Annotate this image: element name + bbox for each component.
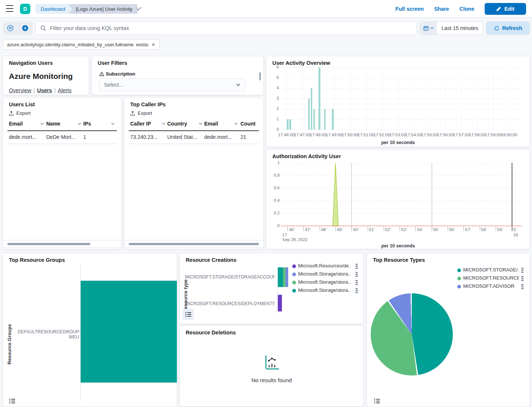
bar[interactable] <box>289 119 291 130</box>
bar-segment[interactable] <box>283 267 286 287</box>
export-button[interactable]: Export <box>130 110 152 116</box>
panel-top-caller-ips: Top Caller IPs ExportCaller IPCountryEma… <box>124 98 263 249</box>
column-header-name[interactable]: Name <box>46 121 82 127</box>
column-header-email[interactable]: Email <box>9 121 44 127</box>
column-header-email[interactable]: Email <box>204 121 238 127</box>
legend-item-label[interactable]: MICROSOFT.STORAGE/... <box>463 267 519 273</box>
panel-authorization-activity-user: Authorization Activity User 00.20.40.60.… <box>266 150 530 249</box>
legend-toggle-button[interactable] <box>8 398 16 404</box>
user-activity-overview-chart[interactable]: 012345617:46:0017:47:0017:48:0017:49:001… <box>266 56 530 147</box>
column-header-ips[interactable]: IPs <box>83 121 115 127</box>
resource-creations-chart[interactable]: Resource typeMICROSOFT.STORAGE/STORAGEAC… <box>180 253 363 324</box>
panel-title: User Filters <box>98 60 127 66</box>
legend-toggle-button[interactable] <box>373 398 381 404</box>
breadcrumb-dashboard[interactable]: Dashboard <box>36 4 73 14</box>
y-axis-label: 5 <box>269 75 279 80</box>
calendar-menu-button[interactable] <box>420 22 437 34</box>
pie-chart[interactable] <box>371 293 453 376</box>
x-gridline <box>461 67 462 130</box>
time-range-value[interactable]: Last 15 minutes <box>437 22 483 34</box>
y-axis-label: 1 <box>269 117 279 121</box>
x-gridline <box>430 67 430 130</box>
authorization-activity-chart[interactable]: 00.20.40.60.8146'47'48'49'50'51'52'53'54… <box>266 150 530 249</box>
column-header-caller-ip[interactable]: Caller IP <box>130 121 166 127</box>
x-gridline <box>382 67 382 130</box>
bar[interactable] <box>308 99 310 130</box>
legend-item-label[interactable]: MICROSOFT.ADVISOR <box>463 283 519 289</box>
category-label: MICROSOFT.STORAGE/STORAGEACCOUNTS <box>185 274 275 280</box>
bar[interactable] <box>313 109 315 130</box>
legend-actions-button[interactable] <box>521 276 525 281</box>
bar-segment[interactable] <box>278 295 282 311</box>
bar[interactable] <box>81 281 177 383</box>
top-resource-types-chart[interactable]: MICROSOFT.STORAGE/...MICROSOFT.RESOURCE.… <box>367 253 530 407</box>
x-tick-mark <box>320 227 320 231</box>
x-axis-hour-end: 18 <box>513 233 518 237</box>
horizontal-scrollbar[interactable] <box>7 243 90 245</box>
legend-actions-button[interactable] <box>355 280 359 286</box>
legend-item-label[interactable]: Microsoft.Storage/stora... <box>298 287 351 293</box>
avatar[interactable]: D <box>20 4 30 14</box>
nav-link-alerts[interactable]: Alerts <box>58 87 71 93</box>
filter-menu-button[interactable] <box>3 21 18 35</box>
table-row-divider <box>129 144 259 144</box>
legend-dot <box>292 264 296 268</box>
x-axis-label: 18:00:00 <box>498 133 520 137</box>
x-axis-label: 51' <box>369 227 375 232</box>
legend-item-label[interactable]: Microsoft.Storage/stora... <box>298 271 351 277</box>
add-filter-button[interactable] <box>18 21 33 35</box>
bar[interactable] <box>324 109 326 130</box>
bar[interactable] <box>319 67 320 130</box>
applied-filter-pill[interactable]: azure.activitylogs.identity.claims_initi… <box>3 39 159 50</box>
x-gridline <box>445 67 446 130</box>
panel-user-filters: User Filters Subscription Select... <box>92 56 263 95</box>
legend-actions-button[interactable] <box>355 263 359 269</box>
nav-link-users[interactable]: Users <box>37 87 52 93</box>
panel-resource-deletions: Resource Deletions No results found <box>180 326 363 406</box>
clone-button[interactable]: Clone <box>459 6 474 12</box>
legend-item-label[interactable]: MICROSOFT.RESOURCE... <box>463 275 519 281</box>
panel-user-activity-overview: User Activity Overview 012345617:46:0017… <box>266 56 530 147</box>
legend-dot <box>292 273 296 276</box>
category-label: MICROSOFT.RESOURCES/DEPLOYMENTS <box>185 301 275 306</box>
bar[interactable] <box>332 109 334 130</box>
legend-item-label[interactable]: Microsoft.Storage/stora... <box>298 279 351 285</box>
x-axis-title: per 10 seconds <box>266 140 530 145</box>
legend-actions-icon <box>521 276 524 281</box>
sort-chevron-icon <box>161 121 166 126</box>
y-axis-label: 0.8 <box>269 173 280 177</box>
legend-toggle-button[interactable] <box>183 309 194 320</box>
chevron-down-icon <box>430 26 434 30</box>
top-caller-ips-table: ExportCaller IPCountryEmailCount73.240.2… <box>124 98 263 249</box>
remove-filter-icon[interactable]: ✕ <box>151 42 155 47</box>
edit-button[interactable]: Edit <box>485 3 526 15</box>
x-gridline <box>509 67 509 130</box>
x-axis-label: 54' <box>417 227 422 232</box>
top-resource-groups-chart[interactable]: Resource GroupsDEFAULTRESOURCEGROUP-WEU <box>3 253 177 407</box>
bar[interactable] <box>287 119 289 130</box>
x-tick-mark <box>415 227 416 231</box>
nav-link-overview[interactable]: Overview <box>9 87 31 93</box>
bar[interactable] <box>311 88 313 130</box>
vertical-scrollbar[interactable] <box>259 72 261 80</box>
menu-icon[interactable] <box>6 5 13 12</box>
legend-actions-button[interactable] <box>521 284 525 290</box>
refresh-icon <box>494 26 499 31</box>
legend-actions-button[interactable] <box>355 271 359 277</box>
full-screen-button[interactable]: Full screen <box>395 6 424 12</box>
subscription-select[interactable]: Select... <box>99 79 246 91</box>
share-button[interactable]: Share <box>434 6 449 12</box>
bar-segment[interactable] <box>286 267 288 287</box>
x-axis-label: 47' <box>305 227 310 232</box>
column-header-country[interactable]: Country <box>167 121 203 127</box>
refresh-button[interactable]: Refresh <box>486 21 530 35</box>
legend-actions-button[interactable] <box>355 288 359 294</box>
breadcrumb-current-page[interactable]: [Logs Azure] User Activity <box>68 4 138 14</box>
export-button[interactable]: Export <box>9 110 31 116</box>
bar-segment[interactable] <box>278 267 283 287</box>
column-header-count[interactable]: Count <box>240 121 257 127</box>
legend-actions-button[interactable] <box>521 267 525 273</box>
legend-item-label[interactable]: Microsoft.Resources/de... <box>298 263 351 268</box>
kql-search-input[interactable] <box>50 25 416 31</box>
horizontal-scrollbar[interactable] <box>129 243 259 245</box>
